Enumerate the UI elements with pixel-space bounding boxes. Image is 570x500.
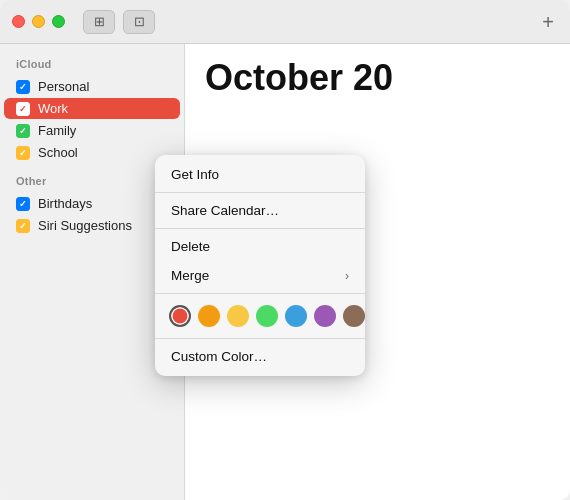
inbox-button[interactable]: ⊡ xyxy=(123,10,155,34)
birthdays-checkbox[interactable] xyxy=(16,197,30,211)
icloud-section-label: iCloud xyxy=(0,58,184,76)
context-menu-share-calendar[interactable]: Share Calendar… xyxy=(155,196,365,225)
sidebar-item-siri[interactable]: Siri Suggestions xyxy=(4,215,180,236)
context-menu-custom-color[interactable]: Custom Color… xyxy=(155,342,365,371)
context-menu-merge[interactable]: Merge › xyxy=(155,261,365,290)
personal-label: Personal xyxy=(38,79,89,94)
minimize-button[interactable] xyxy=(32,15,45,28)
grid-icon: ⊞ xyxy=(94,14,105,29)
inbox-icon: ⊡ xyxy=(134,14,145,29)
get-info-label: Get Info xyxy=(171,167,219,182)
close-button[interactable] xyxy=(12,15,25,28)
grid-view-button[interactable]: ⊞ xyxy=(83,10,115,34)
sidebar-item-school[interactable]: School xyxy=(4,142,180,163)
add-calendar-button[interactable]: + xyxy=(542,11,554,34)
color-green[interactable] xyxy=(256,305,278,327)
color-blue[interactable] xyxy=(285,305,307,327)
color-picker-row xyxy=(155,297,365,335)
school-label: School xyxy=(38,145,78,160)
birthdays-label: Birthdays xyxy=(38,196,92,211)
delete-label: Delete xyxy=(171,239,210,254)
context-menu-get-info[interactable]: Get Info xyxy=(155,160,365,189)
calendar-month-year: October 20 xyxy=(205,60,550,96)
separator-1 xyxy=(155,192,365,193)
context-menu: Get Info Share Calendar… Delete Merge › … xyxy=(155,155,365,376)
separator-2 xyxy=(155,228,365,229)
merge-submenu-chevron: › xyxy=(345,269,349,283)
separator-4 xyxy=(155,338,365,339)
app-window: ⊞ ⊡ + iCloud Personal Work Family School xyxy=(0,0,570,500)
sidebar-item-family[interactable]: Family xyxy=(4,120,180,141)
traffic-lights xyxy=(12,15,65,28)
sidebar-item-birthdays[interactable]: Birthdays xyxy=(4,193,180,214)
toolbar-buttons: ⊞ ⊡ xyxy=(83,10,155,34)
color-red[interactable] xyxy=(169,305,191,327)
color-purple[interactable] xyxy=(314,305,336,327)
work-checkbox[interactable] xyxy=(16,102,30,116)
sidebar-item-work[interactable]: Work xyxy=(4,98,180,119)
color-orange[interactable] xyxy=(198,305,220,327)
family-label: Family xyxy=(38,123,76,138)
merge-label: Merge xyxy=(171,268,209,283)
maximize-button[interactable] xyxy=(52,15,65,28)
siri-checkbox[interactable] xyxy=(16,219,30,233)
context-menu-delete[interactable]: Delete xyxy=(155,232,365,261)
sidebar-item-personal[interactable]: Personal xyxy=(4,76,180,97)
color-yellow[interactable] xyxy=(227,305,249,327)
custom-color-label: Custom Color… xyxy=(171,349,267,364)
family-checkbox[interactable] xyxy=(16,124,30,138)
color-brown[interactable] xyxy=(343,305,365,327)
title-bar: ⊞ ⊡ + xyxy=(0,0,570,44)
share-calendar-label: Share Calendar… xyxy=(171,203,279,218)
personal-checkbox[interactable] xyxy=(16,80,30,94)
school-checkbox[interactable] xyxy=(16,146,30,160)
separator-3 xyxy=(155,293,365,294)
siri-label: Siri Suggestions xyxy=(38,218,132,233)
work-label: Work xyxy=(38,101,68,116)
